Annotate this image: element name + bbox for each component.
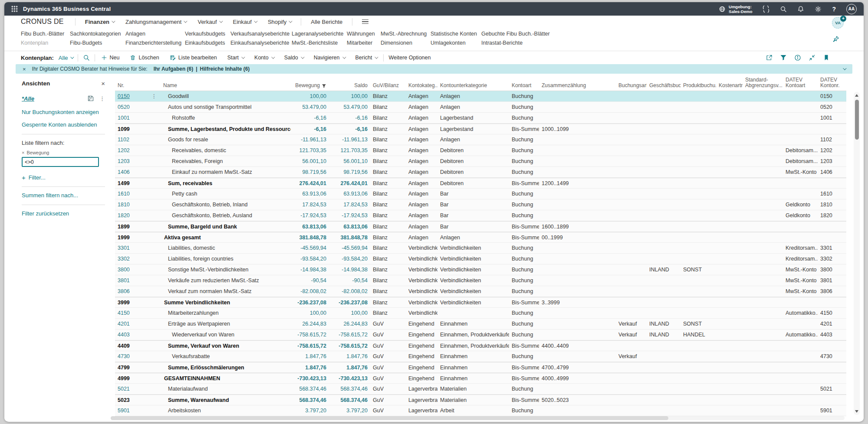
role-center-badge[interactable]: VA + [832,17,844,29]
nav-zahlungsmanagement[interactable]: Zahlungsmanagement [125,19,186,25]
table-row[interactable]: 4999GESAMTEINNAHMEN-730.423,13-730.423,1… [115,373,846,384]
subnav-einkaufsbudgets[interactable]: Einkaufsbudgets [185,40,230,46]
column-header-ukat[interactable]: Kontounterkategorie [437,83,509,91]
action-konto[interactable]: Konto [253,54,275,62]
table-row[interactable]: 1820Geschäftskonto, Betrieb, Ausland-17.… [115,210,846,221]
row-expander[interactable] [148,167,161,177]
action-bericht[interactable]: Bericht [354,54,379,62]
account-number-link[interactable]: 5023 [118,397,130,403]
row-expander[interactable] [148,395,161,405]
column-header-art[interactable]: Kontoart [509,83,539,91]
row-expander[interactable] [148,286,161,297]
row-expander[interactable] [148,384,161,394]
company-name[interactable]: CRONUS DE [21,18,64,26]
account-number-link[interactable]: 4999 [118,375,130,382]
dismiss-notification-icon[interactable]: × [23,66,26,72]
row-expander[interactable] [148,362,161,372]
nav-shopify[interactable]: Shopify [268,19,291,25]
account-number-link[interactable]: 1999 [118,235,130,241]
subnav-umlagekonten[interactable]: Umlagekonten [431,40,481,46]
pin-icon[interactable] [832,36,839,42]
totals-filter-link[interactable]: Summen filtern nach... [22,192,105,199]
view-posting-accounts-only[interactable]: Nur Buchungskonten anzeigen [22,109,105,115]
row-expander[interactable] [148,308,161,318]
account-number-link[interactable]: 4730 [118,353,130,359]
scroll-up-icon[interactable] [855,94,858,97]
notification-link-tasks[interactable]: Ihr Aufgaben (6) [154,66,194,72]
subnav-intrastat-berichte[interactable]: Intrastat-Berichte [481,40,555,46]
row-expander[interactable] [148,341,161,351]
account-number-link[interactable]: 3806 [118,288,130,294]
row-expander[interactable] [148,145,161,156]
table-row[interactable]: 1999Aktiva gesamt381.848,78381.848,78Bil… [115,232,846,243]
row-expander[interactable] [148,351,161,362]
subnav-verkaufsbudgets[interactable]: Verkaufsbudgets [185,31,230,37]
nav-finanzen[interactable]: Finanzen [85,19,114,25]
row-expander[interactable] [148,405,161,416]
column-header-pb[interactable]: Produktbuchu... [681,83,716,91]
subnav-mwst-berichtsliste[interactable]: MwSt.-Berichtsliste [292,40,347,46]
table-row[interactable]: 4403Wiederverkauf von Waren-758.615,72-7… [115,329,846,340]
share-icon[interactable] [766,54,773,61]
scroll-down-icon[interactable] [855,410,858,413]
search-icon[interactable] [780,6,787,13]
subnav-sachkontokategorien[interactable]: Sachkontokategorien [70,31,125,37]
account-number-link[interactable]: 3800 [118,267,130,273]
account-number-link[interactable]: 3999 [118,300,130,306]
notification-link-content[interactable]: Hilfreiche Inhalte (6) [200,66,250,72]
nav-einkauf[interactable]: Einkauf [233,19,256,25]
row-expander[interactable] [148,297,161,307]
table-row[interactable]: 1099Summe, Lagerbestand, Produkte und Re… [115,124,846,134]
save-view-icon[interactable] [87,95,94,102]
column-header-bart[interactable]: Buchungsart [616,83,647,91]
subnav-finanzberichterstellung[interactable]: Finanzberichterstellung [125,40,185,46]
row-expander[interactable] [148,254,161,264]
account-number-link[interactable]: 1406 [118,169,130,175]
subnav-anlagen[interactable]: Anlagen [125,31,185,37]
table-row[interactable]: 4150Mitarbeiterzahlungen100,00100,00Bila… [115,308,846,319]
view-selector[interactable]: Alle [59,55,73,61]
bell-icon[interactable] [797,6,804,13]
gear-icon[interactable] [815,6,822,13]
account-number-link[interactable]: 4201 [118,321,130,327]
table-row[interactable]: 3800Sonstige MwSt.-Verbindlichkeiten-14.… [115,264,846,275]
copilot-icon[interactable] [763,6,769,13]
account-number-link[interactable]: 1202 [118,147,130,153]
account-number-link[interactable]: 5021 [118,386,130,392]
row-expander[interactable] [148,243,161,253]
account-number-link[interactable]: 0150 [118,93,130,99]
row-expander[interactable] [148,178,161,188]
row-expander[interactable] [148,134,161,145]
column-header-dka[interactable]: DATEV Kontoart [783,77,818,91]
table-row[interactable]: 1001Rohstoffe-6,16-6,16BilanzAnlagenLage… [115,113,846,124]
view-all[interactable]: *Alle [22,95,34,102]
account-number-link[interactable]: 1810 [118,202,130,208]
table-row[interactable]: 1203Receivables, Foreign56.001,1056.001,… [115,156,846,167]
filter-icon[interactable] [780,54,787,61]
row-expander[interactable] [148,102,161,112]
table-row[interactable]: 5021Materialaufwand568.374,46568.374,46G… [115,384,846,395]
table-row[interactable]: 1610Petty cash63.913,0663.913,06BilanzAn… [115,189,846,199]
add-filter-button[interactable]: + Filter... [22,174,105,181]
column-header-guv[interactable]: GuV/Bilanz [370,83,406,91]
horizontal-scroll-thumb[interactable] [111,416,668,420]
row-expander[interactable] [148,319,161,329]
action-start[interactable]: Start [226,54,245,62]
expand-notification-icon[interactable] [843,66,846,70]
row-expander[interactable] [148,222,161,232]
table-row[interactable]: 1406Einkauf zu normalem MwSt.-Satz98.719… [115,167,846,178]
account-number-link[interactable]: 5901 [118,408,130,414]
row-expander[interactable] [148,210,161,221]
list-search-icon[interactable] [83,54,90,61]
action-löschen[interactable]: Löschen [128,54,160,62]
subnav-mwst-abrechnung[interactable]: MwSt.-Abrechnung [381,31,431,37]
bookmark-icon[interactable] [823,54,830,61]
filter-value-input[interactable] [22,157,99,167]
subnav-währungen[interactable]: Währungen [347,31,381,37]
account-number-link[interactable]: 3801 [118,277,130,284]
column-header-dknr[interactable]: DATEV Kontonr. [818,77,846,91]
reset-filters-link[interactable]: Filter zurücksetzen [22,210,105,217]
horizontal-scrollbar[interactable] [111,416,845,420]
subnav-einkaufsanalyseberichte[interactable]: Einkaufsanalyseberichte [230,40,292,46]
info-icon[interactable] [794,54,801,61]
